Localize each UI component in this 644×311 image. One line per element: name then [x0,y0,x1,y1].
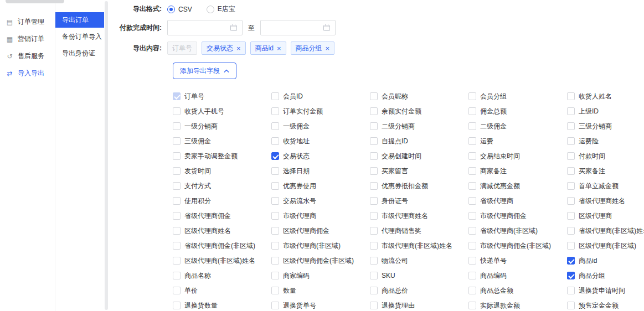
radio-icon[interactable] [167,6,175,13]
field-checkbox[interactable] [468,182,476,190]
export-field-item[interactable]: 会员分组 [468,91,567,101]
export-field-item[interactable]: 商品总价 [370,286,468,296]
export-field-item[interactable]: SKU [370,271,468,281]
field-checkbox[interactable] [271,122,279,130]
field-checkbox[interactable] [370,107,378,115]
submenu-item[interactable]: 导出身份证 [55,45,104,61]
export-field-item[interactable]: 收货人姓名 [567,91,644,101]
field-checkbox[interactable] [271,302,279,309]
field-checkbox[interactable] [271,137,279,145]
export-field-item[interactable]: 省级代理商姓名 [567,196,644,206]
field-checkbox[interactable] [370,92,378,100]
export-field-item[interactable]: 区级代理商(非区域)姓名 [173,256,271,266]
field-checkbox[interactable] [271,92,279,100]
export-field-item[interactable]: 商品总金额 [468,286,567,296]
field-checkbox[interactable] [271,167,279,175]
field-checkbox[interactable] [567,302,575,309]
export-field-item[interactable]: 预售定金金额 [567,300,644,310]
export-field-item[interactable]: 省级代理商佣金 [173,211,271,221]
export-field-item[interactable]: 商品编码 [468,271,567,281]
field-checkbox[interactable] [468,167,476,175]
pay-time-end-input[interactable] [260,20,336,35]
field-checkbox[interactable] [468,152,476,160]
field-checkbox[interactable] [271,272,279,279]
field-checkbox[interactable] [567,287,575,294]
export-field-item[interactable]: 商家备注 [468,166,567,176]
field-checkbox[interactable] [567,92,575,100]
field-checkbox[interactable] [271,197,279,205]
field-checkbox[interactable] [468,212,476,220]
pay-time-start-input[interactable] [167,20,243,35]
export-field-item[interactable]: 一级佣金 [271,121,370,131]
export-field-item[interactable]: 市级代理商佣金(非区域) [468,241,567,251]
export-field-item[interactable]: 发货时间 [173,166,271,176]
field-checkbox[interactable] [370,167,378,175]
export-field-item[interactable]: 一级分销商 [173,121,271,131]
export-field-item[interactable]: 运费险 [567,136,644,146]
field-checkbox[interactable] [567,182,575,190]
export-field-item[interactable]: 交易流水号 [271,196,370,206]
export-field-item[interactable]: 代理商销售奖 [370,226,468,236]
export-field-item[interactable]: 交易状态 [271,151,370,161]
export-field-item[interactable]: 卖家手动调整金额 [173,151,271,161]
field-checkbox[interactable] [271,242,279,250]
export-field-item[interactable]: 优惠券抵扣金额 [370,181,468,191]
export-field-item[interactable]: 市级代理商(非区域) [271,241,370,251]
field-checkbox[interactable] [370,122,378,130]
export-field-item[interactable]: 佣金总额 [468,106,567,116]
field-checkbox[interactable] [370,212,378,220]
field-checkbox[interactable] [370,182,378,190]
export-field-item[interactable]: 支付方式 [173,181,271,191]
export-field-item[interactable]: 省级代理商 [468,196,567,206]
field-checkbox[interactable] [370,227,378,235]
export-field-item[interactable]: 三级分销商 [567,121,644,131]
export-field-item[interactable]: 交易创建时间 [370,151,468,161]
export-field-item[interactable]: 数量 [271,286,370,296]
export-field-item[interactable]: 退换货单号 [271,300,370,310]
field-checkbox[interactable] [173,137,181,145]
export-field-item[interactable]: 二级分销商 [370,121,468,131]
field-checkbox[interactable] [271,257,279,265]
export-field-item[interactable]: 自提点ID [370,136,468,146]
export-field-item[interactable]: 省级代理商(非区域) [468,226,567,236]
field-checkbox[interactable] [370,287,378,294]
tag-close-icon[interactable]: × [326,45,330,52]
field-checkbox[interactable] [468,302,476,309]
field-checkbox[interactable] [173,152,181,160]
export-field-item[interactable]: 快递单号 [468,256,567,266]
field-checkbox[interactable] [173,167,181,175]
export-field-item[interactable]: 物流公司 [370,256,468,266]
field-checkbox[interactable] [370,242,378,250]
export-field-item[interactable]: 区级代理商(非区域) [567,241,644,251]
export-field-item[interactable]: 三级佣金 [173,136,271,146]
field-checkbox[interactable] [468,92,476,100]
export-field-item[interactable]: 买家留言 [370,166,468,176]
field-checkbox[interactable] [567,167,575,175]
field-checkbox[interactable] [567,227,575,235]
export-field-item[interactable]: 优惠券使用 [271,181,370,191]
export-field-item[interactable]: 选择日期 [271,166,370,176]
export-field-item[interactable]: 商品id [567,256,644,266]
tag-close-icon[interactable]: × [277,45,281,52]
export-field-item[interactable]: 单价 [173,286,271,296]
field-checkbox[interactable] [173,107,181,115]
field-checkbox[interactable] [370,152,378,160]
export-field-item[interactable]: 订单号 [173,91,271,101]
field-checkbox[interactable] [468,107,476,115]
field-checkbox[interactable] [567,257,575,265]
export-field-item[interactable]: 省级代理商佣金(非区域) [173,241,271,251]
field-checkbox[interactable] [567,197,575,205]
field-checkbox[interactable] [370,257,378,265]
export-field-item[interactable]: 交易结束时间 [468,151,567,161]
field-checkbox[interactable] [173,257,181,265]
format-radio-option[interactable]: E店宝 [207,4,235,14]
field-checkbox[interactable] [173,182,181,190]
format-radio-option[interactable]: CSV [167,6,192,13]
add-export-fields-button[interactable]: 添加导出字段 [173,63,236,79]
field-checkbox[interactable] [173,302,181,309]
export-field-item[interactable]: 收货人手机号 [173,106,271,116]
export-field-item[interactable]: 市级代理商 [271,211,370,221]
field-checkbox[interactable] [567,242,575,250]
scrollbar-thumb[interactable] [105,1,108,310]
export-field-item[interactable]: 市级代理商佣金 [468,211,567,221]
